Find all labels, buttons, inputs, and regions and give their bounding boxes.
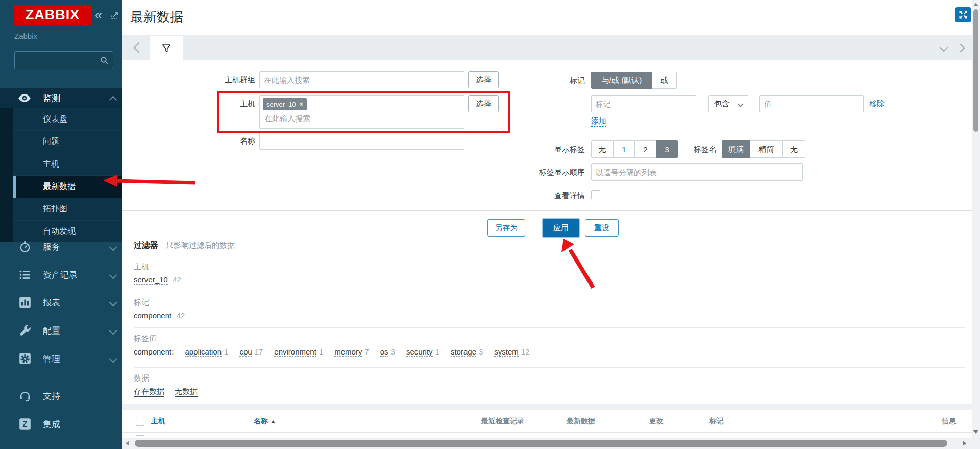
sidebar-search-input[interactable] [19,54,97,68]
tagvalue-link[interactable]: memory [334,347,362,357]
host-multiselect[interactable]: server_10 × 在此输入搜索 [259,95,464,129]
sidebar-item-reports[interactable]: 报表 [0,289,122,316]
kiosk-mode-button[interactable] [955,7,971,22]
tag-name-segment: 填满 精简 无 [722,140,805,158]
sidebar-item-administration[interactable]: 管理 [0,345,122,372]
horizontal-scroll-thumb[interactable] [135,440,947,447]
with-data-link[interactable]: 存在数据 [134,387,164,397]
sidebar-item-monitoring[interactable]: 监测 [0,88,122,108]
tag-name-shortened[interactable]: 精简 [750,140,783,158]
select-all-checkbox[interactable] [136,417,144,426]
tagvalue-link[interactable]: environment [274,347,316,357]
reset-button[interactable]: 重设 [585,219,619,237]
list-icon [18,268,32,281]
tagvalue-item: application1 [185,347,228,356]
sidebar-item-dashboard[interactable]: 仪表盘 [13,108,122,131]
divider [134,257,965,257]
subfilter-tag-label: 标记 [134,298,149,308]
gear-icon [18,352,32,365]
host-group-select-button[interactable]: 选择 [468,71,499,88]
host-chip: server_10 × [263,98,307,110]
tagvalue-link[interactable]: security [406,347,433,357]
subfilter-note: 只影响过滤后的数据 [166,241,235,250]
sidebar-item-problems[interactable]: 问题 [13,131,122,153]
subfilter-title: 过滤器 [134,240,158,251]
sidebar-item-latest-data[interactable]: 最新数据 [13,176,122,198]
search-icon [100,56,109,65]
sidebar-item-integrations[interactable]: Z 集成 [0,410,122,438]
without-data-link[interactable]: 无数据 [175,387,198,397]
tags-andor-segment: 与/或 (默认) 或 [591,72,677,89]
table-header-row [122,410,972,433]
scroll-left-icon[interactable] [126,441,129,446]
tag-name-none[interactable]: 无 [783,140,805,158]
divider [134,367,965,368]
tag-add-link[interactable]: 添加 [591,116,606,127]
sidebar-item-configuration[interactable]: 配置 [0,317,122,344]
scroll-down-icon[interactable] [973,430,978,434]
sidebar-item-help-partial[interactable] [0,442,122,449]
sidebar-item-hosts[interactable]: 主机 [13,153,122,176]
column-header-name[interactable]: 名称 [254,417,275,426]
show-details-label: 查看详情 [534,191,585,201]
show-tags-2[interactable]: 2 [635,140,656,158]
tagvalue-link[interactable]: system [494,347,519,357]
sidebar-item-support[interactable]: 支持 [0,382,122,410]
tag-order-label: 标签显示顺序 [513,168,585,177]
host-select-button[interactable]: 选择 [468,95,499,112]
tag-value-input[interactable] [760,95,864,112]
column-header-host[interactable]: 主机 [151,417,165,426]
zabbix-logo[interactable]: ZABBIX [14,5,91,25]
subfilter-tag-row: component 42 [134,311,185,320]
name-input[interactable] [259,132,464,150]
headset-icon [18,389,32,403]
tags-or-option[interactable]: 或 [652,72,677,89]
filter-tab[interactable] [150,36,183,61]
tagvalue-link[interactable]: storage [451,347,476,357]
tag-order-input[interactable] [591,163,803,181]
tagvalue-link[interactable]: application [185,347,222,357]
tag-name-full[interactable]: 填满 [722,140,750,158]
eye-icon [17,92,32,104]
svg-text:Z: Z [22,419,27,428]
host-group-input[interactable] [259,71,464,88]
sidebar-popout-icon[interactable] [110,11,119,22]
chevron-down-icon [109,271,117,279]
sidebar-item-services[interactable]: 服务 [0,233,122,261]
sidebar-search [14,51,113,69]
save-as-button[interactable]: 另存为 [487,219,525,237]
sidebar-item-maps[interactable]: 拓扑图 [13,198,122,221]
apply-button[interactable]: 应用 [542,218,580,238]
tag-display-name-label: 标签名 [666,145,717,154]
tagvalue-item: security1 [406,347,439,356]
vertical-scroll-thumb[interactable] [973,9,978,132]
bar-chart-icon [18,296,32,309]
subfilter-host-row: server_10 42 [134,275,181,285]
tag-remove-link[interactable]: 移除 [869,99,885,109]
subfilter-tag-link[interactable]: component [134,311,172,320]
subfilter-host-link[interactable]: server_10 [134,275,168,285]
tagvalue-link[interactable]: os [380,347,388,357]
scroll-right-icon[interactable] [963,441,966,446]
tagvalue-link[interactable]: cpu [239,347,252,357]
annotation-arrow-apply-button [561,239,593,288]
wrench-icon [18,324,32,337]
tag-operator-select[interactable]: 包含 [708,95,748,112]
tag-name-input[interactable] [591,95,696,112]
sidebar-collapse-icon[interactable]: « [95,8,102,21]
chevron-down-icon [109,355,117,363]
chip-remove-icon[interactable]: × [300,101,303,108]
chevron-down-icon [109,243,117,251]
filter-tab-bar [122,35,972,60]
table-top-gap [122,404,972,410]
scroll-up-icon[interactable] [973,3,978,6]
subfilter-data-row: 存在数据 无数据 [134,387,198,397]
tags-andor-option[interactable]: 与/或 (默认) [591,72,652,89]
show-details-checkbox[interactable] [591,190,600,199]
show-tags-1[interactable]: 1 [614,140,635,158]
sidebar-item-inventory[interactable]: 资产记录 [0,261,122,289]
subfilter-tagvalues-label: 标签值 [134,334,157,343]
sidebar: ZABBIX « Zabbix 监测 仪表盘 问题 主机 最新数据 拓扑图 自动… [0,0,122,449]
show-tags-none[interactable]: 无 [591,140,614,158]
subfilter-host-count: 42 [173,275,181,284]
